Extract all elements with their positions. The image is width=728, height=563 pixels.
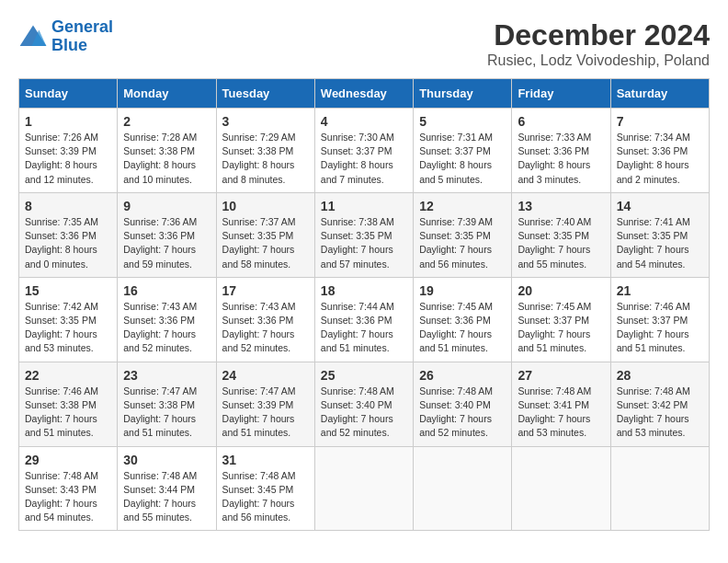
day-info: Sunrise: 7:36 AM Sunset: 3:36 PM Dayligh… bbox=[123, 215, 210, 271]
calendar-week-row: 29Sunrise: 7:48 AM Sunset: 3:43 PM Dayli… bbox=[19, 446, 710, 531]
logo-line1: General bbox=[51, 17, 113, 36]
subtitle: Rusiec, Lodz Voivodeship, Poland bbox=[487, 52, 710, 69]
day-number: 17 bbox=[222, 283, 309, 298]
calendar-cell: 11Sunrise: 7:38 AM Sunset: 3:35 PM Dayli… bbox=[314, 192, 413, 277]
calendar-cell: 9Sunrise: 7:36 AM Sunset: 3:36 PM Daylig… bbox=[118, 192, 216, 277]
day-info: Sunrise: 7:48 AM Sunset: 3:44 PM Dayligh… bbox=[123, 469, 210, 525]
day-info: Sunrise: 7:46 AM Sunset: 3:37 PM Dayligh… bbox=[617, 300, 703, 356]
day-number: 12 bbox=[419, 199, 506, 213]
calendar-cell: 8Sunrise: 7:35 AM Sunset: 3:36 PM Daylig… bbox=[19, 192, 118, 277]
day-info: Sunrise: 7:33 AM Sunset: 3:36 PM Dayligh… bbox=[518, 131, 604, 187]
header-monday: Monday bbox=[118, 79, 216, 109]
day-number: 30 bbox=[123, 453, 210, 467]
header-friday: Friday bbox=[512, 79, 610, 109]
day-number: 25 bbox=[321, 368, 407, 383]
day-info: Sunrise: 7:39 AM Sunset: 3:35 PM Dayligh… bbox=[419, 215, 506, 271]
day-number: 15 bbox=[25, 283, 111, 298]
day-number: 28 bbox=[617, 368, 703, 383]
calendar-cell: 21Sunrise: 7:46 AM Sunset: 3:37 PM Dayli… bbox=[610, 277, 709, 362]
calendar-cell: 2Sunrise: 7:28 AM Sunset: 3:38 PM Daylig… bbox=[118, 109, 216, 193]
calendar-cell: 5Sunrise: 7:31 AM Sunset: 3:37 PM Daylig… bbox=[414, 109, 512, 193]
day-number: 26 bbox=[419, 368, 506, 383]
day-number: 18 bbox=[321, 283, 407, 298]
day-number: 9 bbox=[123, 199, 210, 213]
header-wednesday: Wednesday bbox=[314, 79, 413, 109]
day-info: Sunrise: 7:42 AM Sunset: 3:35 PM Dayligh… bbox=[25, 300, 111, 356]
day-number: 13 bbox=[518, 199, 604, 213]
day-number: 1 bbox=[25, 114, 111, 129]
day-info: Sunrise: 7:37 AM Sunset: 3:35 PM Dayligh… bbox=[222, 215, 309, 271]
calendar-cell: 14Sunrise: 7:41 AM Sunset: 3:35 PM Dayli… bbox=[610, 192, 709, 277]
calendar-week-row: 22Sunrise: 7:46 AM Sunset: 3:38 PM Dayli… bbox=[19, 362, 710, 446]
day-info: Sunrise: 7:46 AM Sunset: 3:38 PM Dayligh… bbox=[25, 385, 111, 441]
day-number: 2 bbox=[123, 114, 210, 129]
calendar-cell: 26Sunrise: 7:48 AM Sunset: 3:40 PM Dayli… bbox=[414, 362, 512, 446]
logo: General Blue bbox=[18, 18, 113, 55]
day-number: 11 bbox=[321, 199, 407, 213]
day-number: 19 bbox=[419, 283, 506, 298]
calendar-cell: 20Sunrise: 7:45 AM Sunset: 3:37 PM Dayli… bbox=[512, 277, 610, 362]
calendar-cell: 28Sunrise: 7:48 AM Sunset: 3:42 PM Dayli… bbox=[610, 362, 709, 446]
day-number: 23 bbox=[123, 368, 210, 383]
title-area: December 2024 Rusiec, Lodz Voivodeship, … bbox=[487, 18, 710, 69]
calendar-cell: 7Sunrise: 7:34 AM Sunset: 3:36 PM Daylig… bbox=[610, 109, 709, 193]
calendar-cell: 6Sunrise: 7:33 AM Sunset: 3:36 PM Daylig… bbox=[512, 109, 610, 193]
day-number: 10 bbox=[222, 199, 309, 213]
day-number: 14 bbox=[617, 199, 703, 213]
day-info: Sunrise: 7:48 AM Sunset: 3:43 PM Dayligh… bbox=[25, 469, 111, 525]
day-info: Sunrise: 7:48 AM Sunset: 3:42 PM Dayligh… bbox=[617, 385, 703, 441]
day-number: 29 bbox=[25, 453, 111, 467]
header-sunday: Sunday bbox=[19, 79, 118, 109]
calendar-cell: 29Sunrise: 7:48 AM Sunset: 3:43 PM Dayli… bbox=[19, 446, 118, 531]
calendar-cell: 19Sunrise: 7:45 AM Sunset: 3:36 PM Dayli… bbox=[414, 277, 512, 362]
day-info: Sunrise: 7:48 AM Sunset: 3:40 PM Dayligh… bbox=[419, 385, 506, 441]
day-info: Sunrise: 7:45 AM Sunset: 3:37 PM Dayligh… bbox=[518, 300, 604, 356]
calendar-cell: 1Sunrise: 7:26 AM Sunset: 3:39 PM Daylig… bbox=[19, 109, 118, 193]
day-number: 7 bbox=[617, 114, 703, 129]
calendar-cell bbox=[414, 446, 512, 531]
day-info: Sunrise: 7:31 AM Sunset: 3:37 PM Dayligh… bbox=[419, 131, 506, 187]
header-saturday: Saturday bbox=[610, 79, 709, 109]
calendar-week-row: 15Sunrise: 7:42 AM Sunset: 3:35 PM Dayli… bbox=[19, 277, 710, 362]
calendar-cell bbox=[314, 446, 413, 531]
calendar-cell: 4Sunrise: 7:30 AM Sunset: 3:37 PM Daylig… bbox=[314, 109, 413, 193]
day-info: Sunrise: 7:34 AM Sunset: 3:36 PM Dayligh… bbox=[617, 131, 703, 187]
calendar-cell: 23Sunrise: 7:47 AM Sunset: 3:38 PM Dayli… bbox=[118, 362, 216, 446]
calendar-cell: 16Sunrise: 7:43 AM Sunset: 3:36 PM Dayli… bbox=[118, 277, 216, 362]
day-number: 21 bbox=[617, 283, 703, 298]
calendar-cell: 22Sunrise: 7:46 AM Sunset: 3:38 PM Dayli… bbox=[19, 362, 118, 446]
day-info: Sunrise: 7:41 AM Sunset: 3:35 PM Dayligh… bbox=[617, 215, 703, 271]
calendar-cell: 15Sunrise: 7:42 AM Sunset: 3:35 PM Dayli… bbox=[19, 277, 118, 362]
day-number: 4 bbox=[321, 114, 407, 129]
day-info: Sunrise: 7:40 AM Sunset: 3:35 PM Dayligh… bbox=[518, 215, 604, 271]
day-info: Sunrise: 7:26 AM Sunset: 3:39 PM Dayligh… bbox=[25, 131, 111, 187]
calendar-week-row: 1Sunrise: 7:26 AM Sunset: 3:39 PM Daylig… bbox=[19, 109, 710, 193]
calendar-cell: 30Sunrise: 7:48 AM Sunset: 3:44 PM Dayli… bbox=[118, 446, 216, 531]
calendar-cell: 17Sunrise: 7:43 AM Sunset: 3:36 PM Dayli… bbox=[216, 277, 314, 362]
day-info: Sunrise: 7:44 AM Sunset: 3:36 PM Dayligh… bbox=[321, 300, 407, 356]
day-number: 31 bbox=[222, 453, 309, 467]
calendar-cell: 13Sunrise: 7:40 AM Sunset: 3:35 PM Dayli… bbox=[512, 192, 610, 277]
day-number: 6 bbox=[518, 114, 604, 129]
day-number: 20 bbox=[518, 283, 604, 298]
calendar-cell: 3Sunrise: 7:29 AM Sunset: 3:38 PM Daylig… bbox=[216, 109, 314, 193]
calendar-cell: 27Sunrise: 7:48 AM Sunset: 3:41 PM Dayli… bbox=[512, 362, 610, 446]
header-thursday: Thursday bbox=[414, 79, 512, 109]
day-info: Sunrise: 7:48 AM Sunset: 3:45 PM Dayligh… bbox=[222, 469, 309, 525]
day-info: Sunrise: 7:47 AM Sunset: 3:39 PM Dayligh… bbox=[222, 385, 309, 441]
calendar-table: SundayMondayTuesdayWednesdayThursdayFrid… bbox=[18, 78, 710, 531]
logo-line2: Blue bbox=[51, 36, 87, 54]
day-number: 3 bbox=[222, 114, 309, 129]
day-info: Sunrise: 7:30 AM Sunset: 3:37 PM Dayligh… bbox=[321, 131, 407, 187]
day-info: Sunrise: 7:29 AM Sunset: 3:38 PM Dayligh… bbox=[222, 131, 309, 187]
header: General Blue December 2024 Rusiec, Lodz … bbox=[18, 18, 710, 69]
header-tuesday: Tuesday bbox=[216, 79, 314, 109]
logo-icon bbox=[18, 24, 48, 50]
calendar-cell: 18Sunrise: 7:44 AM Sunset: 3:36 PM Dayli… bbox=[314, 277, 413, 362]
day-info: Sunrise: 7:45 AM Sunset: 3:36 PM Dayligh… bbox=[419, 300, 506, 356]
day-info: Sunrise: 7:48 AM Sunset: 3:41 PM Dayligh… bbox=[518, 385, 604, 441]
day-number: 8 bbox=[25, 199, 111, 213]
calendar-cell bbox=[610, 446, 709, 531]
logo-text: General Blue bbox=[51, 18, 113, 55]
calendar-cell: 10Sunrise: 7:37 AM Sunset: 3:35 PM Dayli… bbox=[216, 192, 314, 277]
